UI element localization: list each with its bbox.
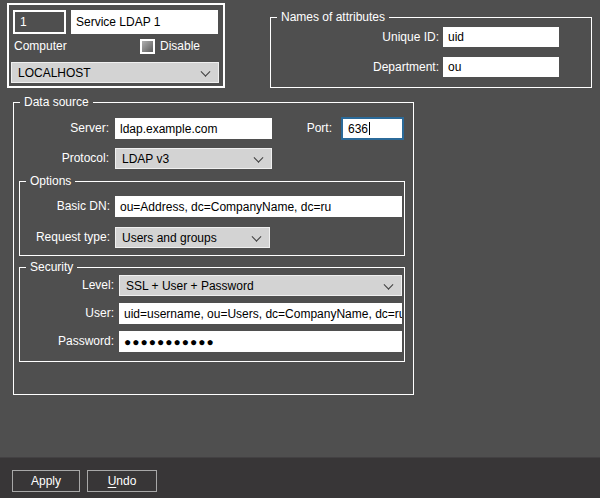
disable-checkbox-label: Disable [160,39,200,54]
server-label: Server: [14,118,109,139]
text-caret [369,122,370,135]
chevron-down-icon [254,152,264,162]
undo-button[interactable]: Undo [87,470,157,492]
service-header-group: 1 Service LDAP 1 Computer Disable LOCALH… [7,3,225,88]
security-group-title: Security [26,260,77,275]
options-group-title: Options [26,174,75,189]
undo-button-label-rest: ndo [116,474,136,488]
computer-label: Computer [14,39,67,53]
unique-id-input[interactable]: uid [443,27,559,47]
protocol-select[interactable]: LDAP v3 [115,148,272,169]
chevron-down-icon [384,279,394,289]
port-label: Port: [292,118,332,139]
server-input[interactable]: ldap.example.com [115,118,272,139]
apply-button[interactable]: Apply [12,470,80,492]
attributes-group-title: Names of attributes [277,10,389,25]
port-value: 636 [348,122,368,136]
protocol-select-value: LDAP v3 [122,152,169,166]
security-user-input[interactable]: uid=username, ou=Users, dc=CompanyName, … [119,303,402,324]
undo-button-label-first: U [108,474,117,488]
service-name-input[interactable]: Service LDAP 1 [71,10,218,34]
security-level-label: Level: [20,275,114,296]
footer-bar: Apply Undo [0,457,600,498]
security-level-select[interactable]: SSL + User + Password [119,275,402,296]
ldap-service-settings-window: 1 Service LDAP 1 Computer Disable LOCALH… [0,0,600,498]
chevron-down-icon [201,66,211,76]
port-input[interactable]: 636 [341,117,404,140]
disable-checkbox[interactable] [140,39,155,54]
data-source-group-title: Data source [20,95,93,110]
options-group: Options Basic DN: ou=Address, dc=Company… [19,181,405,256]
security-group: Security Level: SSL + User + Password Us… [19,267,405,362]
security-password-label: Password: [20,331,114,352]
security-user-label: User: [20,303,114,324]
request-type-label: Request type: [20,227,110,248]
basic-dn-label: Basic DN: [20,196,110,217]
security-level-select-value: SSL + User + Password [126,279,254,293]
request-type-select-value: Users and groups [122,231,217,245]
basic-dn-input[interactable]: ou=Address, dc=CompanyName, dc=ru [115,196,402,217]
computer-select-value: LOCALHOST [18,66,91,80]
request-type-select[interactable]: Users and groups [115,227,270,248]
unique-id-label: Unique ID: [271,27,439,48]
computer-select[interactable]: LOCALHOST [11,62,219,83]
protocol-label: Protocol: [14,148,109,169]
department-input[interactable]: ou [443,57,559,77]
chevron-down-icon [252,231,262,241]
data-source-group: Data source Server: ldap.example.com Por… [13,102,414,395]
security-password-input[interactable]: ●●●●●●●●●●● [119,331,402,352]
attributes-group: Names of attributes Unique ID: uid Depar… [270,17,592,88]
service-id-field[interactable]: 1 [13,10,66,34]
department-label: Department: [271,57,439,78]
